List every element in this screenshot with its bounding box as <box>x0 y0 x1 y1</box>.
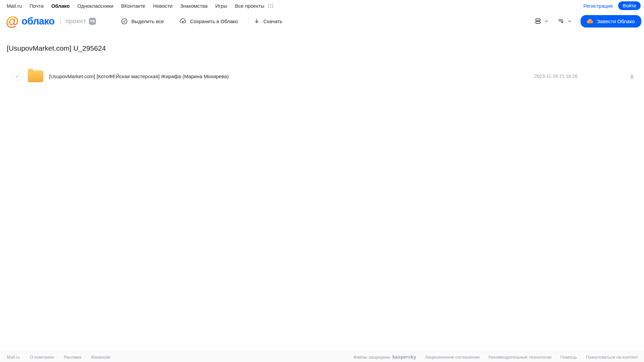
footer-license[interactable]: Лицензионное соглашение <box>425 355 480 360</box>
sort-icon <box>557 17 565 25</box>
project-label: проект <box>65 17 86 25</box>
footer-help[interactable]: Помощь <box>560 355 577 360</box>
select-all-button[interactable]: Выделить все <box>121 18 164 25</box>
save-to-cloud-label: Сохранить в Облако <box>190 18 238 24</box>
toolbar-actions: Выделить все Сохранить в Облако Скачать <box>121 17 298 25</box>
cloud-toolbar: @ облако | проект vk Выделить все Сохран… <box>0 11 644 31</box>
cloud-public-page: Mail.ru Почта Облако Одноклассники ВКонт… <box>0 0 644 362</box>
cloud-logo-text: облако <box>21 16 54 27</box>
file-name-link[interactable]: [UsupovMarket.com] [КотоФЕЙская мастерск… <box>49 73 534 79</box>
logo-divider: | <box>60 18 61 25</box>
orange-cloud-icon <box>586 17 594 25</box>
sort-dropdown[interactable] <box>557 17 572 25</box>
topnav-znakomstva[interactable]: Знакомства <box>180 3 208 9</box>
registration-link[interactable]: Регистрация <box>583 3 613 9</box>
topnav-odnoklassniki[interactable]: Одноклассники <box>78 3 113 9</box>
checkmark-icon <box>15 74 20 79</box>
file-date: 2023-11-24 21:18:26 <box>534 73 578 79</box>
file-list: [UsupovMarket.com] [КотоФЕЙская мастерск… <box>0 68 644 84</box>
cloud-logo[interactable]: @ облако | проект vk <box>6 14 96 28</box>
topnav-novosti[interactable]: Новости <box>153 3 172 9</box>
cloud-upload-icon <box>179 17 190 25</box>
footer-mailru[interactable]: Mail.ru <box>7 355 20 360</box>
view-mode-dropdown[interactable] <box>534 17 549 25</box>
download-button[interactable]: Скачать <box>253 18 282 24</box>
download-arrow-icon <box>253 18 263 24</box>
row-checkbox[interactable] <box>12 71 22 81</box>
check-circle-icon <box>121 18 131 25</box>
footer-report-content[interactable]: Пожаловаться на контент <box>586 355 638 360</box>
main-content: [UsupovMarket.com] U_295624 [UsupovMarke… <box>0 31 644 84</box>
file-row[interactable]: [UsupovMarket.com] [КотоФЕЙская мастерск… <box>0 68 644 84</box>
view-mode-icon <box>534 17 542 25</box>
kaspersky-protected: Файлы защищены kaspersky <box>353 354 416 360</box>
mailru-at-icon: @ <box>6 14 19 28</box>
footer-recommend-tech[interactable]: Рекомендательные технологии <box>488 355 551 360</box>
topnav-vse-proekty[interactable]: Все проекты <box>235 3 264 9</box>
download-icon <box>629 73 635 80</box>
vk-badge-icon: vk <box>89 18 96 25</box>
topnav-oblako[interactable]: Облако <box>51 3 70 9</box>
get-cloud-button[interactable]: Завести Облако <box>581 15 641 28</box>
topnav-vkontakte[interactable]: ВКонтакте <box>121 3 145 9</box>
login-button[interactable]: Войти <box>618 1 641 10</box>
footer-right-links: Файлы защищены kaspersky Лицензионное со… <box>353 354 638 360</box>
download-label: Скачать <box>263 18 282 24</box>
chevron-down-icon <box>567 19 572 23</box>
footer: Mail.ru О компании Реклама Вакансии Файл… <box>0 352 644 362</box>
chevron-down-icon <box>544 19 549 23</box>
footer-left-links: Mail.ru О компании Реклама Вакансии <box>7 355 119 360</box>
get-cloud-label: Завести Облако <box>597 18 635 24</box>
footer-o-kompanii[interactable]: О компании <box>30 355 54 360</box>
folder-icon <box>28 70 43 82</box>
apps-grid-icon[interactable] <box>268 4 274 8</box>
page-title: [UsupovMarket.com] U_295624 <box>0 44 644 52</box>
protected-label: Файлы защищены <box>353 355 390 360</box>
topnav-pochta[interactable]: Почта <box>30 3 44 9</box>
topnav-igry[interactable]: Игры <box>215 3 227 9</box>
footer-reklama[interactable]: Реклама <box>64 355 81 360</box>
select-all-label: Выделить все <box>131 18 164 24</box>
topnav-mailru[interactable]: Mail.ru <box>7 3 22 9</box>
footer-vakansii[interactable]: Вакансии <box>91 355 110 360</box>
kaspersky-logo[interactable]: kaspersky <box>392 354 416 360</box>
portal-topnav: Mail.ru Почта Облако Одноклассники ВКонт… <box>0 0 644 11</box>
save-to-cloud-button[interactable]: Сохранить в Облако <box>179 17 238 25</box>
file-download-button[interactable] <box>629 73 635 80</box>
